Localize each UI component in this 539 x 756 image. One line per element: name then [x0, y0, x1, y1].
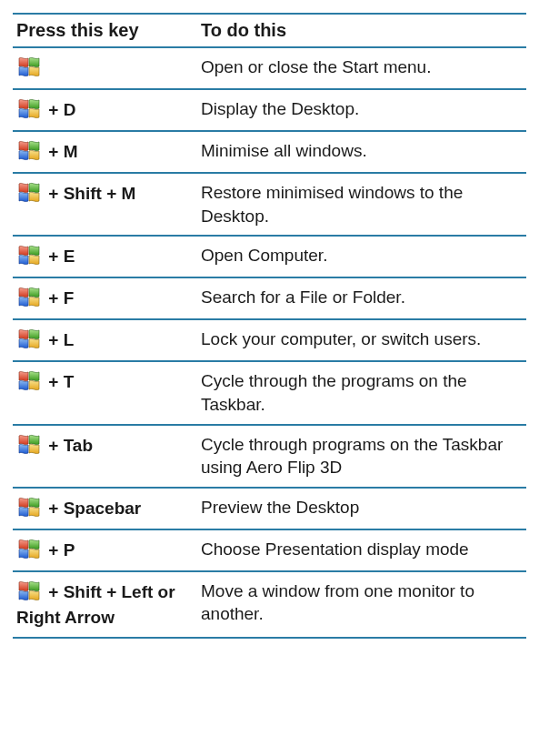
- key-suffix: + P: [44, 540, 75, 559]
- key-suffix: + F: [44, 288, 74, 307]
- key-cell: + F: [13, 277, 197, 319]
- key-suffix: + Spacebar: [44, 499, 141, 518]
- action-cell: Minimise all windows.: [197, 131, 526, 173]
- table-row: + TCycle through the programs on the Tas…: [13, 361, 526, 424]
- windows-logo-icon: [16, 97, 42, 121]
- table-row: + TabCycle through programs on the Taskb…: [13, 425, 526, 488]
- windows-logo-icon: [16, 244, 42, 267]
- key-suffix: + Shift + M: [44, 184, 135, 203]
- key-cell: + P: [13, 529, 197, 571]
- key-cell: [13, 47, 197, 89]
- windows-logo-icon: [16, 580, 42, 603]
- table-row: + LLock your computer, or switch users.: [13, 319, 526, 361]
- action-cell: Display the Desktop.: [197, 89, 526, 131]
- header-key: Press this key: [13, 14, 197, 47]
- table-row: + EOpen Computer.: [13, 236, 526, 277]
- windows-logo-icon: [16, 369, 42, 393]
- windows-logo-icon: [16, 433, 42, 457]
- key-suffix: + M: [44, 142, 77, 161]
- shortcut-table: Press this key To do this Open or cl: [13, 13, 526, 639]
- key-cell: + E: [13, 236, 197, 277]
- windows-logo-icon: [16, 139, 42, 163]
- windows-logo-icon: [16, 286, 42, 309]
- action-cell: Open or close the Start menu.: [197, 47, 526, 89]
- key-cell: + Shift + Left or Right Arrow: [13, 571, 197, 638]
- action-cell: Cycle through programs on the Taskbar us…: [197, 425, 526, 488]
- key-suffix: + Tab: [44, 436, 93, 455]
- key-cell: + Spacebar: [13, 488, 197, 529]
- key-cell: + Tab: [13, 425, 197, 488]
- key-cell: + T: [13, 361, 197, 424]
- table-row: + FSearch for a File or Folder.: [13, 277, 526, 319]
- windows-logo-icon: [16, 181, 42, 205]
- key-cell: + D: [13, 89, 197, 131]
- table-row: + Shift + MRestore minimised windows to …: [13, 173, 526, 236]
- header-action: To do this: [197, 14, 526, 47]
- windows-logo-icon: [16, 55, 42, 79]
- windows-logo-icon: [16, 328, 42, 351]
- action-cell: Preview the Desktop: [197, 488, 526, 529]
- windows-logo-icon: [16, 496, 42, 519]
- table-row: + DDisplay the Desktop.: [13, 89, 526, 131]
- table-row: + Shift + Left or Right ArrowMove a wind…: [13, 571, 526, 638]
- action-cell: Choose Presentation display mode: [197, 529, 526, 571]
- action-cell: Restore minimised windows to the Desktop…: [197, 173, 526, 236]
- key-suffix: + D: [44, 100, 75, 119]
- table-row: + SpacebarPreview the Desktop: [13, 488, 526, 529]
- table-row: + MMinimise all windows.: [13, 131, 526, 173]
- action-cell: Lock your computer, or switch users.: [197, 319, 526, 361]
- key-cell: + L: [13, 319, 197, 361]
- key-suffix: + T: [44, 372, 74, 391]
- key-cell: + Shift + M: [13, 173, 197, 236]
- windows-logo-icon: [16, 538, 42, 561]
- table-row: Open or close the Start menu.: [13, 47, 526, 89]
- action-cell: Open Computer.: [197, 236, 526, 277]
- table-row: + PChoose Presentation display mode: [13, 529, 526, 571]
- key-suffix: + L: [44, 330, 74, 349]
- key-cell: + M: [13, 131, 197, 173]
- key-suffix: + E: [44, 247, 75, 266]
- action-cell: Move a window from one monitor to anothe…: [197, 571, 526, 638]
- action-cell: Search for a File or Folder.: [197, 277, 526, 319]
- action-cell: Cycle through the programs on the Taskba…: [197, 361, 526, 424]
